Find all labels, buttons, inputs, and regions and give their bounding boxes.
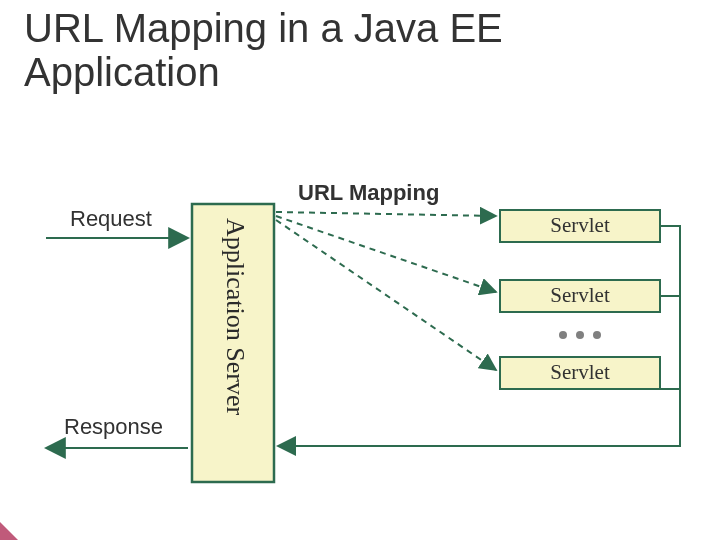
svg-text:Servlet: Servlet: [550, 213, 610, 237]
diagram-svg: Application Server Servlet Servlet Servl…: [0, 0, 720, 540]
servlet-box-3: Servlet: [500, 357, 660, 389]
mapping-arrow-1: [276, 212, 496, 216]
svg-point-7: [576, 331, 584, 339]
svg-text:Servlet: Servlet: [550, 360, 610, 384]
app-server-text: Application Server: [221, 218, 250, 415]
servlet-box-2: Servlet: [500, 280, 660, 312]
mapping-arrow-2: [276, 216, 496, 292]
return-stub-1: [660, 226, 680, 389]
svg-point-6: [559, 331, 567, 339]
servlet-box-1: Servlet: [500, 210, 660, 242]
return-path: [278, 389, 680, 446]
accent-corner-icon: [0, 522, 18, 540]
svg-point-8: [593, 331, 601, 339]
svg-text:Servlet: Servlet: [550, 283, 610, 307]
ellipsis-icon: [559, 331, 601, 339]
mapping-arrow-3: [276, 220, 496, 370]
